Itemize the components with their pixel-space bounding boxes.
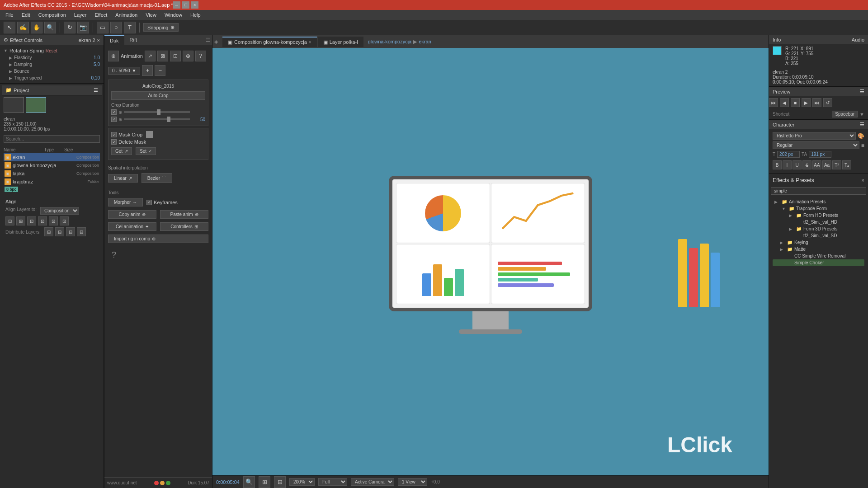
menu-effect[interactable]: Effect: [91, 11, 111, 19]
breadcrumb-layer[interactable]: ekran: [419, 39, 431, 44]
viewport-search-btn[interactable]: 🔍: [243, 476, 255, 488]
viewport-timecode[interactable]: 0:00:05:04: [216, 479, 240, 485]
prev-stop-btn[interactable]: ■: [791, 98, 800, 107]
thumb2[interactable]: [26, 97, 46, 113]
tool-ellipse[interactable]: ○: [110, 22, 122, 33]
auto-crop-btn[interactable]: Auto Crop: [111, 91, 205, 100]
menu-edit[interactable]: Edit: [18, 11, 34, 19]
comp-view[interactable]: LClick: [212, 48, 769, 475]
project-item-glowna[interactable]: ▣ glowna-kompozycja Composition: [4, 161, 100, 169]
shortcut-drop-icon[interactable]: ▼: [859, 112, 864, 117]
bold-btn[interactable]: B: [773, 160, 782, 169]
reset-button[interactable]: Reset: [46, 48, 57, 53]
menu-animation[interactable]: Animation: [112, 11, 141, 19]
font-swatch-btn[interactable]: ■: [861, 142, 864, 149]
range-add-btn[interactable]: +: [142, 65, 153, 76]
superscript-btn[interactable]: T²: [832, 160, 841, 169]
tool-text[interactable]: T: [124, 22, 136, 33]
tf2-sim-hd-item[interactable]: tf2_Sim._val_HD: [773, 219, 864, 225]
font-size2-input[interactable]: [809, 151, 831, 158]
anim-btn4[interactable]: ⊕: [183, 51, 193, 61]
anim-btn5[interactable]: ?: [195, 51, 206, 61]
tool-rect[interactable]: ▭: [97, 22, 108, 33]
menu-window[interactable]: Window: [161, 11, 186, 19]
project-search-input[interactable]: [4, 135, 100, 143]
cel-anim-btn[interactable]: Cel animation ✦: [108, 222, 156, 231]
view-select[interactable]: 1 View 2 Views: [398, 478, 427, 486]
shortcut-value[interactable]: Spacebar: [832, 111, 858, 117]
viewport-grid-btn[interactable]: ⊟: [274, 476, 286, 488]
project-item-ekran[interactable]: ▣ ekran Composition: [4, 153, 100, 161]
tool-select[interactable]: ↖: [4, 22, 15, 33]
project-item-bpc[interactable]: 8 bpc: [4, 186, 100, 193]
project-menu-icon[interactable]: ☰: [94, 87, 98, 93]
duik-menu-btn[interactable]: ☰: [204, 35, 212, 45]
dist-h2-btn[interactable]: ⊟: [66, 227, 75, 236]
bounce-expand[interactable]: ▶: [9, 69, 12, 74]
menu-view[interactable]: View: [142, 11, 160, 19]
trapcode-form-item[interactable]: ▼ 📁 Trapcode Form: [773, 205, 864, 212]
paste-anim-btn[interactable]: Paste anim ⊕: [160, 210, 208, 219]
underline-btn[interactable]: U: [793, 160, 802, 169]
morpher-btn[interactable]: Morpher ↔: [108, 198, 143, 206]
simple-choker-item[interactable]: Simple Choker: [773, 259, 864, 266]
slider1-check[interactable]: ✓: [111, 109, 117, 115]
mask-crop-check[interactable]: ✓: [111, 132, 117, 137]
character-menu-icon[interactable]: ☰: [860, 122, 864, 127]
anim-icon1[interactable]: ⊕: [108, 51, 119, 61]
breadcrumb-comp[interactable]: glowna-kompozycja: [368, 39, 412, 44]
matte-item[interactable]: ▶ 📁 Matte: [773, 246, 864, 253]
align-left-btn[interactable]: ⊡: [5, 216, 14, 225]
elasticity-value[interactable]: 1,0: [94, 55, 100, 60]
align-bottom-btn[interactable]: ⊡: [60, 216, 69, 225]
keyframes-checkbox[interactable]: ✓: [146, 200, 152, 205]
effects-close-icon[interactable]: ×: [862, 178, 864, 183]
question-mark[interactable]: ?: [108, 247, 208, 263]
get-button[interactable]: Get ↗: [111, 147, 132, 155]
tool-zoom[interactable]: 🔍: [44, 22, 56, 33]
linear-btn[interactable]: Linear ↗: [108, 174, 138, 183]
slider2-thumb[interactable]: [167, 117, 170, 122]
smallcaps-btn[interactable]: Aa: [822, 160, 831, 169]
damping-value[interactable]: 5,0: [94, 62, 100, 67]
slider2-check[interactable]: ✓: [111, 117, 117, 122]
camera-select[interactable]: Active Camera: [351, 478, 394, 486]
bezier-btn[interactable]: Bezier ⌒: [142, 173, 172, 183]
font-name-select[interactable]: Ristretto Pro: [773, 132, 856, 140]
effects-search-input[interactable]: [771, 187, 866, 195]
prev-prev-btn[interactable]: ◀: [780, 98, 789, 107]
tool-hand[interactable]: ✋: [31, 22, 42, 33]
maximize-button[interactable]: □: [182, 1, 189, 9]
project-item-krajobraz[interactable]: ▣ krajobraz Folder: [4, 178, 100, 186]
thumb1[interactable]: [4, 97, 24, 113]
zoom-select[interactable]: 200% 100% 50%: [289, 478, 315, 486]
cc-simple-wire-item[interactable]: CC Simple Wire Removal: [773, 253, 864, 259]
tool-pen[interactable]: ✍: [17, 22, 29, 33]
slider1-thumb[interactable]: [157, 109, 160, 115]
close-effect-icon[interactable]: ×: [97, 38, 100, 43]
dist-h-btn[interactable]: ⊟: [44, 227, 53, 236]
viewport-snap-btn[interactable]: ⊞: [259, 476, 270, 488]
layer-tab[interactable]: ▣ Layer polka-l: [318, 37, 363, 47]
menu-help[interactable]: Help: [187, 11, 204, 19]
menu-composition[interactable]: Composition: [35, 11, 70, 19]
align-top-btn[interactable]: ⊡: [38, 216, 47, 225]
font-style-select[interactable]: Regular: [773, 141, 859, 149]
strikethrough-btn[interactable]: S̶: [802, 160, 811, 169]
form-hd-presets-item[interactable]: ▶ 📁 Form HD Presets: [773, 212, 864, 219]
dist-v-btn[interactable]: ⊟: [55, 227, 64, 236]
snapping-toggle[interactable]: Snapping ⊕: [143, 23, 179, 32]
controllers-btn[interactable]: Controllers ⊞: [160, 222, 208, 231]
import-rig-btn[interactable]: Import rig in comp ⊕: [108, 235, 208, 243]
align-right-btn[interactable]: ⊡: [27, 216, 36, 225]
comp-tab-close[interactable]: ×: [309, 40, 311, 45]
project-item-lapka[interactable]: ▣ lapka Composition: [4, 169, 100, 178]
prev-next-btn[interactable]: ▶: [802, 98, 811, 107]
menu-layer[interactable]: Layer: [71, 11, 90, 19]
font-size-input[interactable]: [777, 151, 800, 158]
info-header[interactable]: Info Audio: [769, 35, 868, 44]
anim-btn1[interactable]: ↗: [145, 51, 156, 61]
trigger-value[interactable]: 0,10: [91, 75, 100, 80]
menu-file[interactable]: File: [2, 11, 17, 19]
caps-btn[interactable]: AA: [812, 160, 821, 169]
